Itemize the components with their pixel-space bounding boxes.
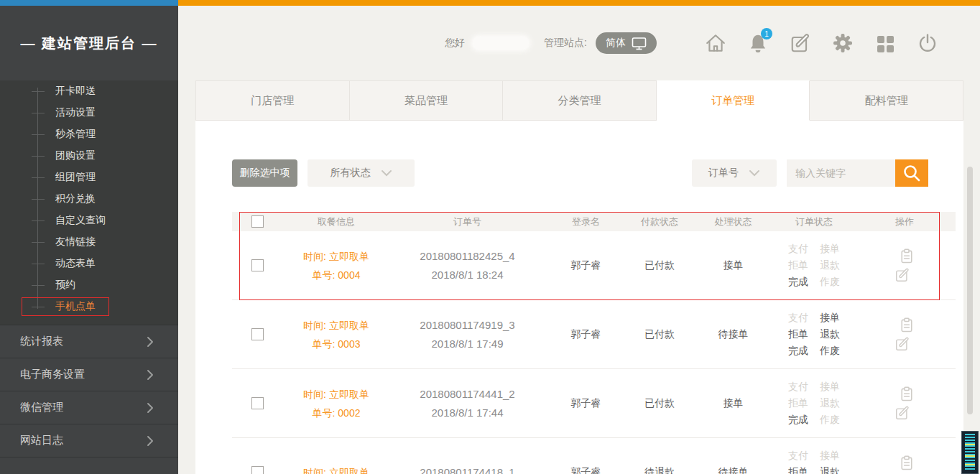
search-field-select[interactable]: 订单号 [692,159,777,187]
sidebar-item-label: 组团管理 [55,171,96,184]
edit-row-icon[interactable] [895,336,910,352]
process-status-cell: 待接单 [692,466,775,474]
sidebar-item-活动设置[interactable]: 活动设置 [0,102,178,124]
sidebar-item-积分兑换[interactable]: 积分兑换 [0,188,178,210]
process-status-cell: 待接单 [692,328,775,341]
sidebar-item-label: 预约 [55,279,75,292]
row-checkbox[interactable] [251,466,264,474]
tab-配料管理[interactable]: 配料管理 [810,80,963,121]
sidebar-item-label: 动态表单 [55,257,96,270]
bell-icon[interactable]: 1 [746,31,770,55]
order-action-link[interactable]: 完成 [788,345,808,358]
order-action-link[interactable]: 完成 [788,276,808,289]
clipboard-icon[interactable] [899,317,915,334]
sidebar-item-组团管理[interactable]: 组团管理 [0,167,178,188]
column-header: 取餐信息 [282,215,390,228]
order-action-link[interactable]: 接单 [820,312,840,325]
chevron-right-icon [147,369,154,381]
order-time: 2018/8/1 18:24 [390,266,545,284]
tab-分类管理[interactable]: 分类管理 [503,80,657,121]
tab-label: 菜品管理 [405,94,448,108]
chevron-right-icon [147,336,154,348]
order-action-link[interactable]: 作废 [820,414,840,427]
order-action-link[interactable]: 作废 [820,276,840,289]
home-icon[interactable] [703,31,728,55]
sidebar-item-开卡即送[interactable]: 开卡即送 [0,80,178,102]
tab-菜品管理[interactable]: 菜品管理 [350,80,504,121]
clipboard-icon[interactable] [899,455,915,472]
tab-门店管理[interactable]: 门店管理 [195,80,350,121]
tab-label: 门店管理 [251,94,294,108]
row-checkbox[interactable] [251,328,264,340]
order-action-links: 支付接单拒单退款完成作废 [788,243,840,289]
sidebar-section-电子商务设置[interactable]: 电子商务设置 [0,358,178,391]
order-action-link[interactable]: 支付 [788,243,808,256]
sidebar: — 建站管理后台 — 开卡即送活动设置秒杀管理团购设置组团管理积分兑换自定义查询… [0,6,178,474]
order-action-link[interactable]: 退款 [820,397,840,410]
sidebar-section-统计报表[interactable]: 统计报表 [0,325,178,358]
order-action-link[interactable]: 支付 [788,450,808,463]
language-button[interactable]: 简体 [596,32,657,54]
select-all-checkbox[interactable] [251,215,264,228]
pickup-number: 单号: 0004 [282,266,390,284]
order-action-link[interactable]: 退款 [820,328,840,341]
sidebar-item-label: 自定义查询 [55,214,106,227]
clipboard-icon[interactable] [899,386,915,403]
order-action-link[interactable]: 作废 [820,345,840,358]
edit-icon[interactable] [788,31,813,55]
gear-icon[interactable] [831,31,855,55]
keyword-input[interactable] [787,159,895,187]
order-action-link[interactable]: 拒单 [788,328,808,341]
scrollbar-thumb[interactable] [967,167,973,414]
sidebar-spacer [0,317,178,325]
column-header: 操作 [854,215,956,228]
sidebar-item-label: 手机点单 [55,300,96,313]
sidebar-item-自定义查询[interactable]: 自定义查询 [0,210,178,231]
tab-订单管理[interactable]: 订单管理 [657,80,810,121]
sidebar-section-label: 网站日志 [20,434,63,447]
edit-row-icon[interactable] [895,267,910,283]
order-action-link[interactable]: 接单 [820,450,840,463]
order-action-link[interactable]: 支付 [788,312,808,325]
delete-selected-button[interactable]: 删除选中项 [232,159,297,187]
sidebar-item-团购设置[interactable]: 团购设置 [0,145,178,167]
power-icon[interactable] [915,31,940,55]
order-action-link[interactable]: 支付 [788,381,808,394]
toolbar: 删除选中项 所有状态 订单号 [195,121,963,187]
sidebar-item-label: 友情链接 [55,236,96,248]
row-checkbox[interactable] [251,259,264,271]
sidebar-section-label: 微信管理 [20,401,63,414]
row-checkbox[interactable] [251,397,264,409]
order-action-link[interactable]: 接单 [820,381,840,394]
order-action-link[interactable]: 退款 [820,259,840,272]
order-action-link[interactable]: 拒单 [788,397,808,410]
column-header: 付款状态 [627,215,692,228]
table-row: 时间: 立即取单单号: 000420180801182425_42018/8/1… [232,231,956,300]
search-button[interactable] [895,159,928,187]
sidebar-item-预约[interactable]: 预约 [0,274,178,296]
edit-row-icon[interactable] [895,405,910,421]
order-action-link[interactable]: 接单 [820,243,840,256]
order-action-link[interactable]: 退款 [820,466,840,474]
sidebar-item-动态表单[interactable]: 动态表单 [0,253,178,274]
login-name-cell: 郭子睿 [545,466,627,474]
sidebar-item-友情链接[interactable]: 友情链接 [0,231,178,253]
sidebar-section-网站日志[interactable]: 网站日志 [0,424,178,457]
notification-badge: 1 [761,28,772,40]
sidebar-item-手机点单[interactable]: 手机点单 [0,296,178,317]
minimap-widget[interactable] [961,431,979,474]
clipboard-icon[interactable] [899,248,915,265]
status-filter-select[interactable]: 所有状态 [308,159,415,187]
app-title: — 建站管理后台 — [0,6,178,80]
order-action-link[interactable]: 完成 [788,414,808,427]
sidebar-item-秒杀管理[interactable]: 秒杀管理 [0,124,178,145]
apps-icon[interactable] [873,31,897,55]
pay-status-cell: 待退款 [627,466,692,474]
order-action-link[interactable]: 拒单 [788,259,808,272]
order-action-link[interactable]: 拒单 [788,466,808,474]
column-header: 处理状态 [692,215,775,228]
sidebar-section-微信管理[interactable]: 微信管理 [0,391,178,424]
sidebar-item-label: 活动设置 [55,106,96,119]
pay-status-cell: 已付款 [627,397,692,410]
order-action-links: 支付接单拒单退款完成作废 [788,312,840,358]
